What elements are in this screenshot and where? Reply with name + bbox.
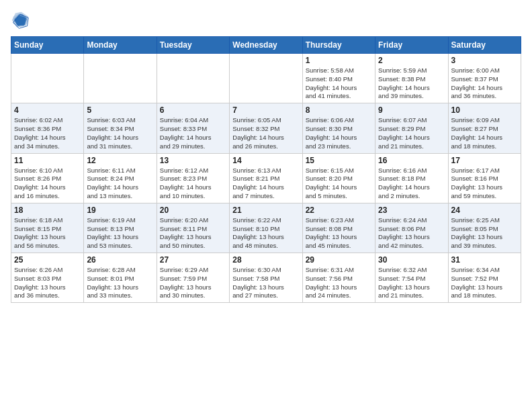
day-number: 10 [451,105,518,115]
day-info: Sunrise: 6:12 AM Sunset: 8:23 PM Dayligh… [160,167,226,201]
weekday-header-monday: Monday [84,37,157,54]
calendar-cell [84,54,157,103]
day-number: 20 [160,205,226,215]
day-info: Sunrise: 6:11 AM Sunset: 8:24 PM Dayligh… [87,167,153,201]
calendar-cell: 25Sunrise: 6:26 AM Sunset: 8:03 PM Dayli… [11,253,84,303]
calendar-cell: 7Sunrise: 6:05 AM Sunset: 8:32 PM Daylig… [230,103,302,153]
day-info: Sunrise: 5:58 AM Sunset: 8:40 PM Dayligh… [306,66,372,101]
day-number: 3 [451,56,518,65]
day-number: 8 [306,105,372,115]
calendar-cell [157,54,229,103]
calendar-cell: 18Sunrise: 6:18 AM Sunset: 8:15 PM Dayli… [11,203,84,253]
weekday-header-wednesday: Wednesday [230,37,302,54]
calendar-cell: 27Sunrise: 6:29 AM Sunset: 7:59 PM Dayli… [157,253,229,303]
calendar-week-row: 18Sunrise: 6:18 AM Sunset: 8:15 PM Dayli… [11,203,521,253]
day-number: 23 [378,205,445,215]
day-number: 26 [87,255,153,265]
day-number: 9 [378,105,445,115]
day-info: Sunrise: 6:28 AM Sunset: 8:01 PM Dayligh… [87,266,153,300]
day-info: Sunrise: 6:16 AM Sunset: 8:18 PM Dayligh… [378,167,445,201]
calendar-week-row: 1Sunrise: 5:58 AM Sunset: 8:40 PM Daylig… [11,54,521,103]
calendar-cell: 6Sunrise: 6:04 AM Sunset: 8:33 PM Daylig… [157,103,229,153]
calendar-cell: 2Sunrise: 5:59 AM Sunset: 8:38 PM Daylig… [375,54,448,103]
day-info: Sunrise: 6:19 AM Sunset: 8:13 PM Dayligh… [87,216,153,250]
day-number: 24 [451,205,518,215]
day-number: 1 [306,56,372,65]
calendar-cell: 22Sunrise: 6:23 AM Sunset: 8:08 PM Dayli… [302,203,375,253]
header [11,11,521,30]
calendar-cell: 17Sunrise: 6:17 AM Sunset: 8:16 PM Dayli… [448,153,521,203]
day-info: Sunrise: 6:05 AM Sunset: 8:32 PM Dayligh… [232,116,299,150]
day-info: Sunrise: 5:59 AM Sunset: 8:38 PM Dayligh… [378,66,445,101]
calendar-cell: 3Sunrise: 6:00 AM Sunset: 8:37 PM Daylig… [448,54,521,103]
day-number: 25 [14,255,81,265]
day-info: Sunrise: 6:26 AM Sunset: 8:03 PM Dayligh… [14,266,81,300]
calendar-cell: 14Sunrise: 6:13 AM Sunset: 8:21 PM Dayli… [230,153,302,203]
day-number: 13 [160,156,226,165]
day-info: Sunrise: 6:06 AM Sunset: 8:30 PM Dayligh… [306,116,372,150]
day-info: Sunrise: 6:31 AM Sunset: 7:56 PM Dayligh… [306,266,372,300]
day-info: Sunrise: 6:29 AM Sunset: 7:59 PM Dayligh… [160,266,226,300]
day-number: 17 [451,156,518,165]
calendar-week-row: 25Sunrise: 6:26 AM Sunset: 8:03 PM Dayli… [11,253,521,303]
day-number: 7 [232,105,299,115]
day-info: Sunrise: 6:17 AM Sunset: 8:16 PM Dayligh… [451,167,518,201]
day-number: 29 [306,255,372,265]
weekday-header-sunday: Sunday [11,37,84,54]
calendar-cell: 10Sunrise: 6:09 AM Sunset: 8:27 PM Dayli… [448,103,521,153]
calendar-cell: 29Sunrise: 6:31 AM Sunset: 7:56 PM Dayli… [302,253,375,303]
calendar-cell: 28Sunrise: 6:30 AM Sunset: 7:58 PM Dayli… [230,253,302,303]
weekday-header-saturday: Saturday [448,37,521,54]
calendar-cell: 21Sunrise: 6:22 AM Sunset: 8:10 PM Dayli… [230,203,302,253]
calendar-cell: 9Sunrise: 6:07 AM Sunset: 8:29 PM Daylig… [375,103,448,153]
day-number: 19 [87,205,153,215]
day-number: 4 [14,105,81,115]
day-info: Sunrise: 6:23 AM Sunset: 8:08 PM Dayligh… [306,216,372,250]
calendar-cell: 5Sunrise: 6:03 AM Sunset: 8:34 PM Daylig… [84,103,157,153]
calendar-cell: 13Sunrise: 6:12 AM Sunset: 8:23 PM Dayli… [157,153,229,203]
calendar-week-row: 4Sunrise: 6:02 AM Sunset: 8:36 PM Daylig… [11,103,521,153]
page: SundayMondayTuesdayWednesdayThursdayFrid… [0,0,532,311]
day-info: Sunrise: 6:09 AM Sunset: 8:27 PM Dayligh… [451,116,518,150]
day-info: Sunrise: 6:18 AM Sunset: 8:15 PM Dayligh… [14,216,81,250]
calendar-cell: 31Sunrise: 6:34 AM Sunset: 7:52 PM Dayli… [448,253,521,303]
calendar-cell [11,54,84,103]
calendar-cell: 16Sunrise: 6:16 AM Sunset: 8:18 PM Dayli… [375,153,448,203]
day-info: Sunrise: 6:25 AM Sunset: 8:05 PM Dayligh… [451,216,518,250]
calendar-cell: 8Sunrise: 6:06 AM Sunset: 8:30 PM Daylig… [302,103,375,153]
calendar-cell: 1Sunrise: 5:58 AM Sunset: 8:40 PM Daylig… [302,54,375,103]
calendar-cell: 15Sunrise: 6:15 AM Sunset: 8:20 PM Dayli… [302,153,375,203]
weekday-header-friday: Friday [375,37,448,54]
calendar-cell: 12Sunrise: 6:11 AM Sunset: 8:24 PM Dayli… [84,153,157,203]
day-number: 2 [378,56,445,65]
calendar-cell: 23Sunrise: 6:24 AM Sunset: 8:06 PM Dayli… [375,203,448,253]
logo-icon [11,11,30,30]
day-info: Sunrise: 6:02 AM Sunset: 8:36 PM Dayligh… [14,116,81,150]
day-number: 12 [87,156,153,165]
weekday-header-tuesday: Tuesday [157,37,229,54]
day-info: Sunrise: 6:24 AM Sunset: 8:06 PM Dayligh… [378,216,445,250]
day-info: Sunrise: 6:10 AM Sunset: 8:26 PM Dayligh… [14,167,81,201]
day-info: Sunrise: 6:20 AM Sunset: 8:11 PM Dayligh… [160,216,226,250]
day-info: Sunrise: 6:32 AM Sunset: 7:54 PM Dayligh… [378,266,445,300]
day-info: Sunrise: 6:03 AM Sunset: 8:34 PM Dayligh… [87,116,153,150]
day-number: 15 [306,156,372,165]
calendar-cell: 30Sunrise: 6:32 AM Sunset: 7:54 PM Dayli… [375,253,448,303]
day-number: 22 [306,205,372,215]
day-info: Sunrise: 6:30 AM Sunset: 7:58 PM Dayligh… [232,266,299,300]
day-number: 5 [87,105,153,115]
calendar-cell: 11Sunrise: 6:10 AM Sunset: 8:26 PM Dayli… [11,153,84,203]
day-number: 11 [14,156,81,165]
day-info: Sunrise: 6:13 AM Sunset: 8:21 PM Dayligh… [232,167,299,201]
day-info: Sunrise: 6:22 AM Sunset: 8:10 PM Dayligh… [232,216,299,250]
calendar: SundayMondayTuesdayWednesdayThursdayFrid… [11,36,521,303]
day-number: 6 [160,105,226,115]
weekday-header-row: SundayMondayTuesdayWednesdayThursdayFrid… [11,37,521,54]
day-number: 21 [232,205,299,215]
calendar-cell: 26Sunrise: 6:28 AM Sunset: 8:01 PM Dayli… [84,253,157,303]
calendar-cell [230,54,302,103]
day-number: 16 [378,156,445,165]
day-info: Sunrise: 6:04 AM Sunset: 8:33 PM Dayligh… [160,116,226,150]
day-info: Sunrise: 6:07 AM Sunset: 8:29 PM Dayligh… [378,116,445,150]
day-number: 18 [14,205,81,215]
